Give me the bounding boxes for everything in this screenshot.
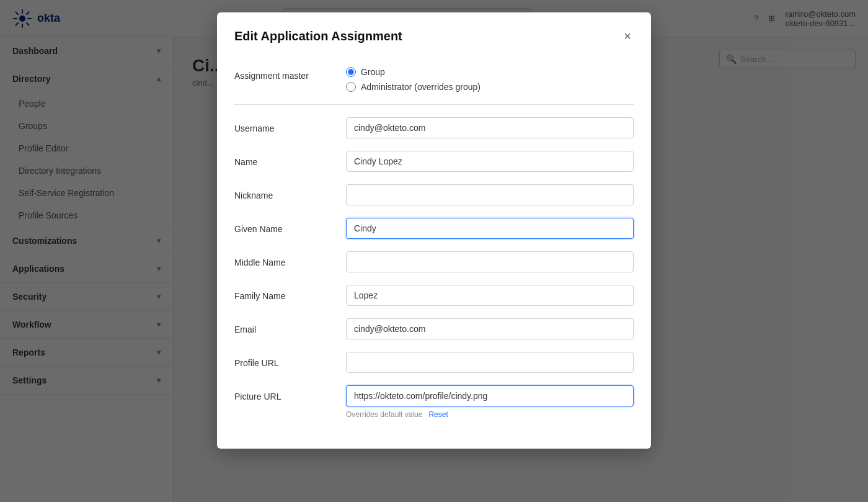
username-field xyxy=(346,117,634,138)
radio-item-group[interactable]: Group xyxy=(346,67,634,77)
picture-url-row: Picture URL Overrides default value Rese… xyxy=(234,385,634,419)
overrides-text: Overrides default value xyxy=(346,410,422,419)
modal-header: Edit Application Assignment × xyxy=(217,12,651,55)
edit-assignment-modal: Edit Application Assignment × Assignment… xyxy=(217,12,651,449)
radio-admin-label: Administrator (overrides group) xyxy=(361,82,480,92)
nickname-input[interactable] xyxy=(346,184,634,205)
nickname-label: Nickname xyxy=(234,184,334,200)
modal-overlay: Edit Application Assignment × Assignment… xyxy=(0,0,868,502)
radio-group-input[interactable] xyxy=(346,67,356,77)
email-label: Email xyxy=(234,318,334,334)
middle-name-input[interactable] xyxy=(346,251,634,272)
given-name-input[interactable] xyxy=(346,218,634,239)
modal-close-button[interactable]: × xyxy=(621,27,634,45)
form-divider xyxy=(234,104,634,105)
profile-url-field xyxy=(346,352,634,373)
profile-url-row: Profile URL xyxy=(234,352,634,373)
assignment-master-field: Group Administrator (overrides group) xyxy=(346,65,634,92)
given-name-field xyxy=(346,218,634,239)
middle-name-label: Middle Name xyxy=(234,251,334,267)
reset-link[interactable]: Reset xyxy=(428,410,448,419)
radio-admin-input[interactable] xyxy=(346,82,356,92)
picture-url-input[interactable] xyxy=(346,385,634,406)
radio-group-label: Group xyxy=(361,67,385,77)
family-name-field xyxy=(346,285,634,306)
name-label: Name xyxy=(234,151,334,167)
name-input[interactable] xyxy=(346,151,634,172)
family-name-input[interactable] xyxy=(346,285,634,306)
email-input[interactable] xyxy=(346,318,634,339)
radio-item-admin[interactable]: Administrator (overrides group) xyxy=(346,82,634,92)
username-row: Username xyxy=(234,117,634,138)
name-field xyxy=(346,151,634,172)
email-row: Email xyxy=(234,318,634,339)
modal-body: Assignment master Group Administrator (o… xyxy=(217,55,651,449)
profile-url-input[interactable] xyxy=(346,352,634,373)
username-input[interactable] xyxy=(346,117,634,138)
picture-url-label: Picture URL xyxy=(234,385,334,401)
modal-title: Edit Application Assignment xyxy=(234,29,402,43)
family-name-row: Family Name xyxy=(234,285,634,306)
assignment-master-label: Assignment master xyxy=(234,65,334,81)
nickname-field xyxy=(346,184,634,205)
picture-url-field: Overrides default value Reset xyxy=(346,385,634,419)
nickname-row: Nickname xyxy=(234,184,634,205)
middle-name-row: Middle Name xyxy=(234,251,634,272)
picture-url-helper: Overrides default value Reset xyxy=(346,410,634,419)
profile-url-label: Profile URL xyxy=(234,352,334,368)
name-row: Name xyxy=(234,151,634,172)
email-field xyxy=(346,318,634,339)
username-label: Username xyxy=(234,117,334,133)
given-name-row: Given Name xyxy=(234,218,634,239)
middle-name-field xyxy=(346,251,634,272)
assignment-master-row: Assignment master Group Administrator (o… xyxy=(234,65,634,92)
radio-group-assignment: Group Administrator (overrides group) xyxy=(346,65,634,92)
given-name-label: Given Name xyxy=(234,218,334,234)
family-name-label: Family Name xyxy=(234,285,334,301)
